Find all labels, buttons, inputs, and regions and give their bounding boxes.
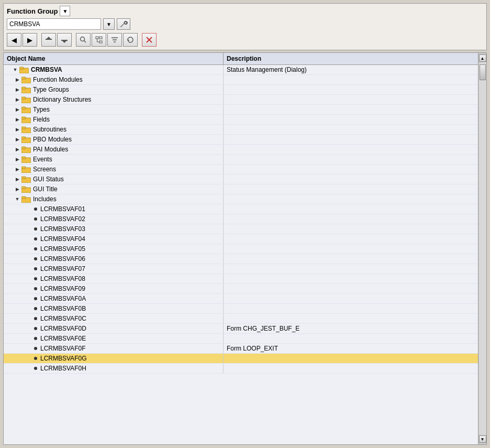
tree-item-label: Subroutines bbox=[33, 126, 66, 133]
expand-icon[interactable]: ▶ bbox=[14, 106, 20, 113]
tree-row[interactable]: ▶ Function Modules bbox=[4, 75, 478, 85]
tree-body[interactable]: ▼ CRMBSVA Status Management (Dialog) ▶ bbox=[4, 65, 478, 444]
svg-rect-34 bbox=[21, 147, 26, 149]
tree-row[interactable]: LCRMBSVAF04 bbox=[4, 234, 478, 244]
tree-row[interactable]: ▶ Events bbox=[4, 155, 478, 165]
search-btn[interactable] bbox=[76, 33, 91, 47]
leaf-icon bbox=[34, 337, 37, 340]
input-dropdown-btn[interactable]: ▼ bbox=[103, 18, 115, 30]
tree-item-name-cell: ▶ Function Modules bbox=[4, 75, 224, 84]
tree-item-name-cell: ▶ Type Groups bbox=[4, 85, 224, 94]
expand-btn[interactable] bbox=[57, 33, 72, 47]
function-group-dropdown[interactable]: ▼ bbox=[60, 6, 70, 16]
no-expand-icon bbox=[27, 315, 33, 322]
tree-row[interactable]: LCRMBSVAF0C bbox=[4, 314, 478, 324]
tree-item-label: LCRMBSVAF0F bbox=[40, 345, 85, 352]
tree-row[interactable]: LCRMBSVAF0FForm LOOP_EXIT bbox=[4, 344, 478, 354]
tree-row[interactable]: LCRMBSVAF0A bbox=[4, 294, 478, 304]
expand-icon[interactable]: ▶ bbox=[14, 116, 20, 123]
folder-icon bbox=[21, 106, 31, 113]
tree-item-desc-cell bbox=[224, 89, 478, 91]
tree-row[interactable]: ▶ Screens bbox=[4, 165, 478, 174]
expand-icon[interactable]: ▶ bbox=[14, 96, 20, 103]
tree-row[interactable]: ▶ Subroutines bbox=[4, 125, 478, 135]
folder-icon bbox=[21, 116, 31, 123]
tree-row[interactable]: LCRMBSVAF0E bbox=[4, 334, 478, 344]
tree-row[interactable]: LCRMBSVAF0B bbox=[4, 304, 478, 314]
tree-btn[interactable] bbox=[92, 33, 106, 47]
expand-icon[interactable]: ▶ bbox=[14, 176, 20, 182]
tree-item-desc-cell bbox=[224, 158, 478, 160]
tree-item-desc-cell bbox=[224, 79, 478, 81]
tree-row[interactable]: ▶ PAI Modules bbox=[4, 145, 478, 155]
tree-row[interactable]: LCRMBSVAF08 bbox=[4, 274, 478, 284]
tree-row[interactable]: ▶ PBO Modules bbox=[4, 135, 478, 145]
tree-row[interactable]: ▶ Type Groups bbox=[4, 85, 478, 95]
filter-btn[interactable] bbox=[107, 33, 122, 47]
tree-row[interactable]: LCRMBSVAF0G bbox=[4, 354, 478, 364]
tree-item-desc-cell bbox=[224, 118, 478, 121]
tree-row[interactable]: LCRMBSVAF09 bbox=[4, 284, 478, 294]
svg-rect-32 bbox=[21, 137, 26, 139]
tree-row-root[interactable]: ▼ CRMBSVA Status Management (Dialog) bbox=[4, 65, 478, 75]
tree-row[interactable]: ▶ GUI Status bbox=[4, 174, 478, 184]
scroll-up-btn[interactable]: ▲ bbox=[479, 54, 486, 62]
tree-item-label: Function Modules bbox=[33, 76, 83, 83]
tree-item-desc-cell bbox=[224, 248, 478, 250]
expand-icon[interactable]: ▶ bbox=[14, 136, 20, 143]
scroll-down-btn[interactable]: ▼ bbox=[479, 435, 486, 443]
tree-item-desc-cell bbox=[224, 168, 478, 170]
expand-icon[interactable]: ▶ bbox=[14, 86, 20, 93]
delete-btn[interactable] bbox=[142, 33, 157, 47]
tree-row[interactable]: ▶ Dictionary Structures bbox=[4, 95, 478, 105]
tree-item-desc-cell bbox=[224, 337, 478, 340]
no-expand-icon bbox=[27, 345, 33, 352]
tree-row[interactable]: LCRMBSVAF01 bbox=[4, 204, 478, 214]
object-name-input[interactable] bbox=[7, 18, 101, 30]
tree-row[interactable]: ▶ GUI Title bbox=[4, 184, 478, 194]
tree-row[interactable]: LCRMBSVAF06 bbox=[4, 254, 478, 264]
expand-icon[interactable]: ▶ bbox=[14, 77, 20, 83]
expand-icon[interactable]: ▶ bbox=[14, 156, 20, 162]
tree-item-label: LCRMBSVAF02 bbox=[40, 215, 85, 223]
svg-rect-6 bbox=[96, 37, 98, 39]
tree-row[interactable]: LCRMBSVAF0DForm CHG_JEST_BUF_E bbox=[4, 324, 478, 334]
tree-item-desc-cell bbox=[224, 218, 478, 220]
no-expand-icon bbox=[27, 276, 33, 282]
root-expand-icon[interactable]: ▼ bbox=[12, 67, 18, 73]
scroll-thumb[interactable] bbox=[480, 64, 486, 80]
tree-row[interactable]: LCRMBSVAF07 bbox=[4, 264, 478, 274]
tree-row[interactable]: LCRMBSVAF02 bbox=[4, 214, 478, 224]
forward-btn[interactable]: ▶ bbox=[23, 33, 37, 47]
wrench-btn[interactable] bbox=[117, 18, 130, 30]
folder-icon bbox=[21, 185, 31, 193]
tree-item-label: Includes bbox=[33, 195, 57, 203]
tree-row[interactable]: LCRMBSVAF05 bbox=[4, 244, 478, 254]
tree-item-label: LCRMBSVAF0G bbox=[40, 355, 86, 362]
scrollbar[interactable]: ▲ ▼ bbox=[478, 53, 486, 444]
table-header: Object Name Description bbox=[4, 53, 478, 65]
back-btn[interactable]: ◀ bbox=[7, 33, 21, 47]
tree-row[interactable]: ▶ Types bbox=[4, 105, 478, 115]
tree-row[interactable]: LCRMBSVAF0H bbox=[4, 364, 478, 374]
tree-row[interactable]: ▶ Fields bbox=[4, 115, 478, 125]
tree-row[interactable]: ▼ Includes bbox=[4, 194, 478, 204]
tree-item-label: LCRMBSVAF0E bbox=[40, 335, 86, 342]
folder-icon bbox=[21, 195, 31, 203]
collapse-btn[interactable] bbox=[41, 33, 56, 47]
tree-row[interactable]: LCRMBSVAF03 bbox=[4, 224, 478, 234]
tree-item-name-cell: LCRMBSVAF06 bbox=[4, 254, 224, 264]
expand-icon[interactable]: ▶ bbox=[14, 146, 20, 152]
tree-item-desc-cell bbox=[224, 288, 478, 290]
expand-icon[interactable]: ▼ bbox=[14, 196, 20, 202]
tree-item-name-cell: ▶ PBO Modules bbox=[4, 135, 224, 144]
expand-icon[interactable]: ▶ bbox=[14, 186, 20, 192]
refresh-icon bbox=[126, 36, 135, 44]
tree-item-name-cell: LCRMBSVAF0H bbox=[4, 364, 224, 373]
svg-rect-24 bbox=[21, 97, 26, 99]
expand-icon[interactable]: ▶ bbox=[14, 166, 20, 172]
scroll-track[interactable] bbox=[479, 62, 486, 435]
expand-icon[interactable]: ▶ bbox=[14, 126, 20, 133]
refresh-btn[interactable] bbox=[123, 33, 138, 47]
leaf-icon bbox=[34, 257, 37, 260]
